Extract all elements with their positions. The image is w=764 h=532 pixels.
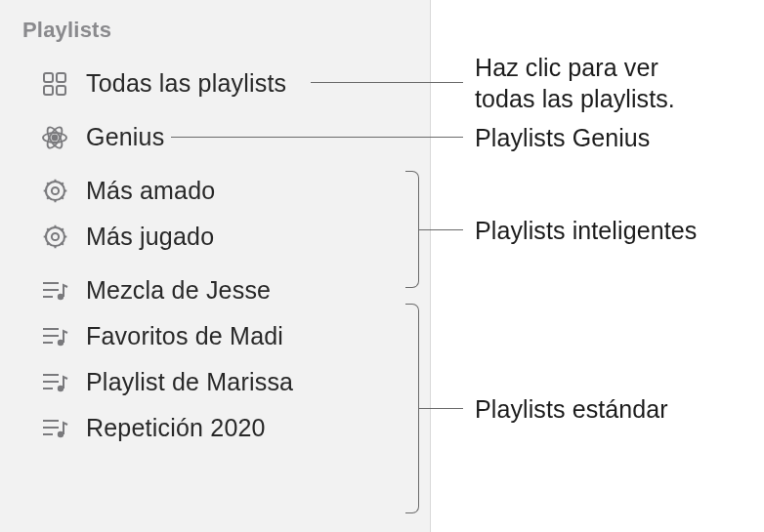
callout-standard: Playlists estándar xyxy=(475,393,668,425)
bracket-smart xyxy=(405,171,419,288)
callout-genius: Playlists Genius xyxy=(475,122,650,153)
sidebar-item-standard-marissa[interactable]: Playlist de Marissa xyxy=(0,359,430,405)
sidebar-item-label: Repetición 2020 xyxy=(86,414,266,442)
playlist-icon xyxy=(39,369,70,396)
gear-icon xyxy=(39,178,70,205)
svg-rect-3 xyxy=(57,86,65,95)
sidebar-item-label: Mezcla de Jesse xyxy=(86,276,271,305)
svg-point-10 xyxy=(51,233,58,240)
sidebar-item-label: Genius xyxy=(86,123,164,151)
sidebar-items: Todas las playlists Genius xyxy=(0,61,430,451)
callout-text: Haz clic para ver xyxy=(475,52,675,83)
connector-line xyxy=(419,408,463,409)
sidebar-item-all-playlists[interactable]: Todas las playlists xyxy=(0,61,430,106)
svg-point-8 xyxy=(51,187,58,194)
connector-line xyxy=(171,137,463,138)
playlist-icon xyxy=(39,323,70,350)
connector-line xyxy=(311,82,463,83)
svg-point-11 xyxy=(45,227,64,246)
connector-line xyxy=(419,229,463,230)
sidebar-item-standard-madi[interactable]: Favoritos de Madi xyxy=(0,313,430,359)
sidebar-item-standard-2020[interactable]: Repetición 2020 xyxy=(0,405,430,451)
svg-point-7 xyxy=(53,135,58,140)
sidebar-item-label: Todas las playlists xyxy=(86,69,286,98)
sidebar-item-smart-loved[interactable]: Más amado xyxy=(0,168,430,214)
sidebar-item-label: Playlist de Marissa xyxy=(86,368,293,396)
svg-rect-2 xyxy=(44,86,53,95)
svg-rect-0 xyxy=(44,73,53,82)
sidebar-item-label: Más amado xyxy=(86,177,215,205)
playlist-icon xyxy=(39,277,70,305)
sidebar-item-smart-played[interactable]: Más jugado xyxy=(0,214,430,260)
atom-icon xyxy=(39,124,70,151)
bracket-standard xyxy=(405,304,419,513)
callout-smart: Playlists inteligentes xyxy=(475,215,697,246)
gear-icon xyxy=(39,224,70,251)
svg-rect-1 xyxy=(57,73,65,82)
svg-point-9 xyxy=(45,182,64,200)
callout-text: todas las playlists. xyxy=(475,83,675,114)
sidebar-item-standard-jesse[interactable]: Mezcla de Jesse xyxy=(0,267,430,313)
grid-icon xyxy=(39,70,70,98)
playlists-sidebar: Playlists Todas las playlists xyxy=(0,0,431,532)
playlist-icon xyxy=(39,415,70,442)
sidebar-header: Playlists xyxy=(0,18,430,43)
callout-all-playlists: Haz clic para ver todas las playlists. xyxy=(475,52,675,114)
sidebar-item-label: Más jugado xyxy=(86,223,214,251)
sidebar-item-label: Favoritos de Madi xyxy=(86,322,283,350)
